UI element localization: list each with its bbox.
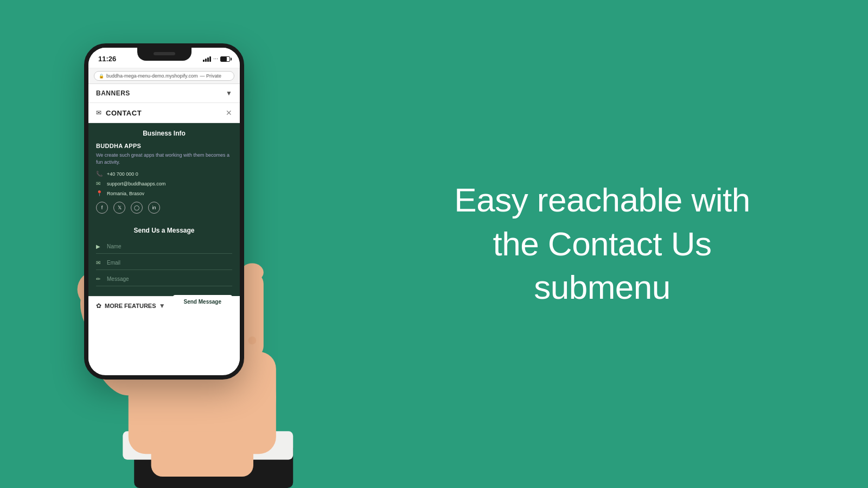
banners-label: BANNERS (96, 89, 130, 97)
contact-label: CONTACT (106, 109, 142, 117)
company-description: We create such great apps that working w… (96, 152, 232, 165)
url-text: buddha-mega-menu-demo.myshopify.com (106, 73, 197, 79)
instagram-icon[interactable]: ◯ (131, 202, 143, 214)
more-features-row[interactable]: ✿ MORE FEATURES ▼ (88, 296, 173, 315)
tagline-line3: submenu (534, 268, 671, 306)
phone-notch (137, 48, 192, 61)
signal-bar-1 (203, 60, 205, 62)
dark-panel: Business Info BUDDHA APPS We create such… (88, 123, 240, 221)
tagline-area: Easy reachable with the Contact Us subme… (336, 146, 868, 342)
location-icon: 📍 (96, 190, 103, 196)
svg-point-14 (241, 264, 264, 281)
url-suffix: — Private (200, 73, 221, 79)
svg-rect-13 (241, 272, 264, 357)
company-name: BUDDHA APPS (96, 143, 232, 149)
phone-time: 11:26 (98, 55, 116, 63)
phone-row: 📞 +40 700 000 0 (96, 171, 232, 177)
wifi-icon: ⋅⋅⋅ (213, 56, 218, 62)
location-text: Romania, Brasov (107, 191, 144, 196)
phone-content: BANNERS ▼ ✉ CONTACT ✕ Business Info BUDD… (88, 84, 240, 371)
phone-area: 11:26 ⋅⋅⋅ 🔒 buddha-mega-menu-demo.myshop… (0, 0, 336, 488)
phone-number: +40 700 000 0 (107, 171, 138, 177)
send-message-button[interactable]: Send Message (173, 295, 232, 309)
send-message-section: Send Us a Message ▶ Name ✉ Email ✏ Messa… (88, 221, 240, 296)
chevron-down-icon: ▼ (226, 89, 232, 97)
message-field-row: ✏ Message (96, 272, 232, 286)
tagline-line1: Easy reachable with (454, 181, 750, 219)
name-placeholder: Name (107, 243, 122, 249)
message-icon: ✏ (96, 276, 103, 282)
social-row: f 𝕏 ◯ in (96, 202, 232, 214)
phone-icons: ⋅⋅⋅ (203, 56, 230, 62)
email-placeholder: Email (107, 260, 120, 266)
phone-frame: 11:26 ⋅⋅⋅ 🔒 buddha-mega-menu-demo.myshop… (84, 43, 244, 380)
message-placeholder: Message (107, 276, 129, 282)
email-address: support@buddhaapps.com (107, 181, 165, 187)
svg-point-18 (248, 337, 257, 345)
contact-header-left: ✉ CONTACT (96, 109, 142, 117)
location-row: 📍 Romania, Brasov (96, 190, 232, 196)
signal-bar-4 (209, 56, 211, 62)
email-form-icon: ✉ (96, 260, 103, 266)
signal-bar-3 (207, 57, 209, 62)
gear-icon: ✿ (96, 302, 101, 310)
more-features-chevron-icon: ▼ (159, 302, 165, 310)
close-button[interactable]: ✕ (226, 108, 232, 117)
linkedin-icon[interactable]: in (148, 202, 160, 214)
envelope-icon: ✉ (96, 109, 101, 117)
more-features-left: ✿ MORE FEATURES (96, 302, 156, 310)
email-field-row: ✉ Email (96, 256, 232, 270)
browser-bar: 🔒 buddha-mega-menu-demo.myshopify.com — … (88, 68, 240, 84)
tagline-line2: the Contact Us (493, 225, 711, 262)
tagline-text: Easy reachable with the Contact Us subme… (454, 178, 750, 310)
signal-bar-2 (205, 59, 207, 62)
signal-bars (203, 56, 211, 62)
battery-icon (220, 56, 230, 62)
browser-url: 🔒 buddha-mega-menu-demo.myshopify.com — … (94, 71, 234, 81)
speaker (154, 52, 175, 55)
user-icon: ▶ (96, 243, 103, 249)
phone-icon: 📞 (96, 171, 103, 177)
facebook-icon[interactable]: f (96, 202, 108, 214)
contact-header: ✉ CONTACT ✕ (88, 103, 240, 123)
svg-rect-19 (151, 431, 253, 477)
more-features-label: MORE FEATURES (105, 303, 156, 309)
business-info-title: Business Info (96, 130, 232, 137)
send-message-title: Send Us a Message (96, 227, 232, 234)
name-field-row: ▶ Name (96, 240, 232, 254)
battery-fill (221, 57, 227, 61)
email-icon: ✉ (96, 181, 103, 187)
email-row: ✉ support@buddhaapps.com (96, 181, 232, 187)
banners-row[interactable]: BANNERS ▼ (88, 84, 240, 103)
lock-icon: 🔒 (99, 74, 104, 79)
twitter-icon[interactable]: 𝕏 (113, 202, 125, 214)
